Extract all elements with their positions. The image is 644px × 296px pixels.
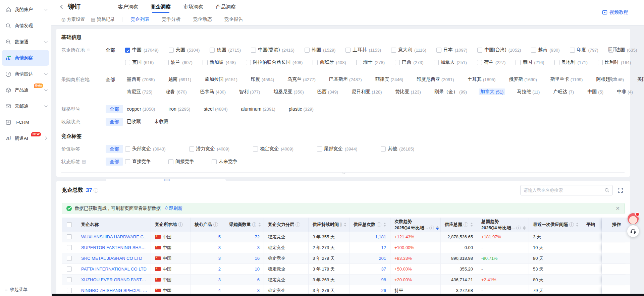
subtab-competitor-list[interactable]: 竞企列表	[130, 16, 149, 22]
sort-icon-active[interactable]	[436, 226, 439, 230]
supply-times-link[interactable]: 98	[381, 277, 386, 282]
checkbox[interactable]	[395, 60, 400, 65]
search-icon[interactable]	[604, 188, 609, 193]
status-tag-option[interactable]: 直接竞争	[125, 159, 151, 165]
location-text-option[interactable]: 巴基斯坦 (2487)	[327, 76, 364, 83]
checkbox[interactable]	[391, 48, 396, 53]
company-search-box[interactable]	[520, 185, 613, 195]
buyer-count-link[interactable]: 10	[255, 267, 260, 272]
spec-option[interactable]: steel (4684)	[202, 106, 229, 112]
location-checkbox-option[interactable]: 韩国 (1529)	[305, 47, 336, 53]
checkbox[interactable]	[345, 48, 351, 53]
spec-option[interactable]: plastic (329)	[287, 106, 315, 112]
checkbox[interactable]	[125, 48, 130, 53]
spec-option[interactable]: aluminum (2391)	[239, 106, 277, 112]
col-header-location[interactable]: 竞企所在地	[151, 218, 191, 232]
location-checkbox-option[interactable]: 瑞士 (278)	[356, 59, 385, 65]
value-tag-option[interactable]: 其他 (26185)	[381, 146, 414, 152]
location-text-option[interactable]: 智利 (377)	[237, 88, 262, 95]
tab-customer-insight[interactable]: 客户洞察	[118, 0, 138, 13]
all-chip[interactable]: 全部	[106, 118, 123, 126]
spec-option[interactable]: iron (2295)	[167, 106, 192, 112]
all-chip[interactable]: 全部	[106, 145, 123, 153]
core-products-link[interactable]: 4	[218, 288, 221, 293]
location-checkbox-option[interactable]: 西班牙 (408)	[313, 59, 346, 65]
checkbox[interactable]	[531, 48, 536, 53]
col-header-strength-tier[interactable]: 竞企实力分层	[264, 218, 309, 232]
checkbox[interactable]	[598, 60, 603, 65]
plan-settings-button[interactable]: ◎ 方案设置	[61, 16, 85, 22]
location-checkbox-option[interactable]: 泰国 (216)	[516, 59, 544, 65]
col-header-buyer-count[interactable]: 采购商数量	[225, 218, 264, 232]
buyer-count-link[interactable]: 16	[255, 256, 260, 261]
location-checkbox-option[interactable]: 越南 (930)	[531, 47, 559, 53]
select-all-checkbox[interactable]	[67, 222, 72, 227]
location-checkbox-option[interactable]: 加拿大 (251)	[434, 59, 467, 65]
location-checkbox-option[interactable]: 波兰 (607)	[164, 59, 192, 65]
location-checkbox-option[interactable]: 中国(台湾) (1052)	[477, 47, 521, 53]
location-text-option[interactable]: 肯尼亚 (725)	[125, 88, 154, 95]
customer-service-button[interactable]	[627, 225, 639, 237]
location-checkbox-option[interactable]: 阿拉伯联合酋长国 (408)	[246, 59, 303, 65]
expand-button[interactable]: 展开	[608, 76, 621, 82]
tab-competitor-insight[interactable]: 竞企洞察	[151, 0, 171, 13]
col-header-supply-times[interactable]: 供应总次数	[350, 218, 390, 232]
search-input[interactable]	[524, 188, 604, 193]
checkbox[interactable]	[516, 60, 521, 65]
location-text-option[interactable]: 巴拿马 (430)	[199, 88, 227, 95]
location-text-option[interactable]: 印度尼西亚 (2091)	[415, 76, 456, 83]
supply-times-link[interactable]: 12	[381, 245, 386, 250]
company-name-link[interactable]: SRC METAL JIASHAN CO LTD	[81, 256, 142, 261]
company-name-link[interactable]: XUZHOU EVER GRAND FASTENERS...	[81, 277, 148, 282]
col-header-last-supply-gap[interactable]: 最近一次供应间隔	[529, 218, 582, 232]
sort-icon[interactable]	[344, 223, 346, 227]
location-text-option[interactable]: 墨西哥 (7085)	[125, 76, 157, 83]
back-icon[interactable]	[60, 5, 64, 9]
location-checkbox-option[interactable]: 美国 (5304)	[169, 47, 200, 53]
core-products-link[interactable]: 5	[218, 234, 221, 239]
location-text-option[interactable]: 巴西 (349)	[316, 88, 340, 95]
table-row[interactable]: XUZHOU EVER GRAND FASTENERS... 中国 3 6 稳定…	[62, 275, 630, 285]
location-text-option[interactable]: 刚果（金） (99)	[433, 88, 469, 95]
all-option[interactable]: 全部	[106, 46, 125, 54]
favorite-option[interactable]: 未收藏	[153, 118, 170, 125]
col-header-times-trend[interactable]: 次数趋势 2025Q4 环比增...	[390, 218, 441, 232]
checkbox[interactable]	[169, 48, 174, 53]
status-tag-option[interactable]: 间接竞争	[168, 159, 194, 165]
checkbox[interactable]	[356, 60, 361, 65]
row-checkbox[interactable]	[67, 234, 72, 239]
row-checkbox[interactable]	[67, 256, 72, 261]
checkbox[interactable]	[317, 146, 322, 152]
col-header-supply-amount[interactable]: 供应总额	[441, 218, 477, 232]
checkbox[interactable]	[554, 60, 559, 65]
location-text-option[interactable]: 中非 (4)	[615, 88, 635, 95]
checkbox[interactable]	[246, 60, 251, 65]
table-row[interactable]: PATTA INTERNATIONAL CO LTD 中国 2 10 稳定竞企 …	[62, 264, 630, 275]
all-option[interactable]: 全部	[106, 75, 125, 83]
collapse-filters-button[interactable]	[333, 169, 353, 176]
location-text-option[interactable]: 马拉维 (11)	[515, 88, 541, 95]
sort-icon[interactable]	[470, 223, 473, 227]
table-row[interactable]: SUPERTOR FASTENING SHANGHAI... 中国 3 3 稳定…	[62, 242, 630, 253]
location-checkbox-option[interactable]: 新加坡 (448)	[203, 59, 236, 65]
location-checkbox-option[interactable]: 荷兰 (227)	[477, 59, 505, 65]
sidebar-item-tcrm[interactable]: T-CRM	[2, 114, 49, 130]
checkbox[interactable]	[313, 60, 318, 65]
col-header-amount-trend[interactable]: 总额趋势 2025Q4 环比增...	[477, 218, 529, 232]
sidebar-item-my-account[interactable]: 我的账户	[2, 2, 49, 17]
core-products-link[interactable]: 3	[218, 277, 221, 282]
location-text-option[interactable]: 尼日利亚 (128)	[350, 88, 383, 95]
subtab-competition-analysis[interactable]: 竞争分析	[162, 16, 180, 22]
checkbox[interactable]	[203, 60, 208, 65]
location-checkbox-option[interactable]: 中国 (17049)	[125, 47, 159, 53]
row-checkbox[interactable]	[67, 267, 72, 272]
close-icon[interactable]: ✕	[615, 205, 620, 212]
checkbox[interactable]	[381, 146, 386, 152]
supply-times-link[interactable]: 201	[379, 256, 386, 261]
checkbox[interactable]	[164, 60, 169, 65]
location-text-option[interactable]: 秘鲁 (670)	[164, 88, 188, 95]
supply-times-link[interactable]: 37	[381, 267, 386, 272]
checkbox[interactable]	[305, 48, 310, 53]
supply-times-link[interactable]: 1,181	[375, 234, 386, 239]
all-chip[interactable]: 全部	[106, 105, 123, 113]
